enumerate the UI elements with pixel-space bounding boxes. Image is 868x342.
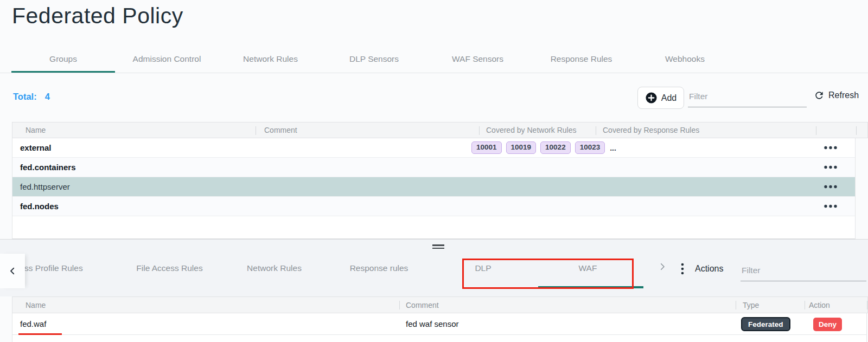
col-header-type: Type [743, 297, 759, 313]
refresh-icon [814, 90, 825, 101]
row-menu-button[interactable] [819, 177, 843, 196]
drag-handle-bar [432, 248, 444, 249]
tab-dlp-sensors-label: DLP Sensors [349, 54, 399, 63]
groups-filter-input[interactable] [688, 89, 807, 107]
row-menu-button[interactable] [819, 138, 843, 157]
header-separator [867, 301, 867, 309]
tab-groups[interactable]: Groups [11, 46, 115, 73]
network-rule-badges: 10001 10019 10022 10023 ... [471, 138, 616, 157]
tab-waf[interactable]: WAF [535, 261, 640, 275]
rule-id-badge: 10001 [471, 141, 502, 154]
table-row-fed-waf[interactable]: fed.waf fed waf sensor Federated Deny [12, 313, 866, 335]
group-name: fed.httpserver [20, 177, 70, 196]
tab-label: ss Profile Rules [24, 263, 83, 273]
rule-id-badge: 10019 [506, 141, 537, 154]
rule-id-badge: 10023 [575, 141, 605, 154]
sensor-name: fed.waf [20, 313, 46, 334]
tab-network-rules-label: Network Rules [243, 54, 298, 63]
header-separator [399, 301, 400, 309]
chevron-left-icon [8, 266, 17, 276]
tab-label: WAF [579, 263, 597, 273]
tab-label: DLP [475, 263, 491, 273]
group-name: fed.containers [20, 158, 76, 177]
col-header-comment: Comment [406, 297, 439, 313]
waf-table-body: fed.waf fed waf sensor Federated Deny [12, 313, 867, 342]
tab-dlp-sensors[interactable]: DLP Sensors [322, 46, 426, 73]
tabs-scroll-right-button[interactable] [658, 262, 667, 272]
tab-label: Response rules [350, 263, 409, 273]
tab-webhooks-label: Webhooks [665, 54, 705, 63]
tab-label: Network Rules [247, 263, 302, 273]
tab-network-rules-detail[interactable]: Network Rules [222, 261, 327, 275]
table-row-external[interactable]: external 10001 10019 10022 10023 ... [12, 138, 855, 158]
groups-table-body: external 10001 10019 10022 10023 ... fed… [12, 138, 856, 239]
header-separator [256, 126, 256, 135]
total-value: 4 [45, 92, 50, 101]
tab-response-rules-detail[interactable]: Response rules [327, 261, 431, 275]
row-menu-button[interactable] [819, 158, 843, 177]
table-row-fed-httpserver[interactable]: fed.httpserver [12, 177, 855, 197]
total-label: Total: [13, 92, 37, 101]
detail-filter [741, 263, 866, 281]
tab-response-rules-label: Response Rules [551, 54, 612, 63]
col-header-comment: Comment [264, 122, 297, 138]
chevron-right-icon [658, 262, 667, 272]
tabbar-divider [0, 73, 868, 73]
main-tab-bar: Groups Admission Control Network Rules D… [11, 46, 737, 73]
col-header-name: Name [25, 122, 46, 138]
type-badge: Federated [741, 317, 790, 331]
group-name: external [20, 138, 52, 157]
page-title: Federated Policy [12, 3, 183, 29]
tab-response-rules[interactable]: Response Rules [529, 46, 633, 73]
add-button[interactable]: Add [637, 87, 684, 109]
col-header-action: Action [809, 297, 830, 313]
more-badges-ellipsis: ... [610, 144, 616, 152]
tab-process-profile-rules[interactable]: ss Profile Rules [24, 261, 83, 275]
waf-table-header: Name Comment Type Action [12, 296, 868, 313]
detail-filter-input[interactable] [741, 263, 866, 281]
sensor-comment: fed waf sensor [406, 313, 459, 334]
header-separator [805, 301, 805, 309]
col-header-response-rules: Covered by Response Rules [603, 122, 699, 138]
tab-waf-sensors[interactable]: WAF Sensors [426, 46, 529, 73]
table-row-fed-containers[interactable]: fed.containers [12, 158, 855, 177]
refresh-button[interactable]: Refresh [814, 90, 859, 101]
splitter-drag-handle[interactable] [432, 244, 444, 250]
tab-groups-label: Groups [49, 54, 77, 63]
plus-circle-icon [645, 92, 658, 104]
header-separator [856, 126, 857, 135]
action-badge: Deny [813, 318, 842, 331]
tab-webhooks[interactable]: Webhooks [633, 46, 737, 73]
header-separator [479, 126, 480, 135]
col-header-network-rules: Covered by Network Rules [486, 122, 577, 138]
federated-policy-screen: Federated Policy Groups Admission Contro… [0, 0, 868, 342]
tab-dlp[interactable]: DLP [431, 261, 535, 275]
active-detail-tab-underline [538, 286, 643, 288]
groups-table-header: Name Comment Covered by Network Rules Co… [12, 122, 868, 138]
actions-menu-button[interactable] [680, 262, 685, 278]
header-separator [736, 301, 736, 309]
row-menu-button[interactable] [819, 197, 843, 216]
tabs-scroll-left-button[interactable] [0, 254, 25, 288]
tab-file-access-rules[interactable]: File Access Rules [117, 261, 222, 275]
total-count: Total:4 [13, 92, 50, 102]
groups-filter [688, 89, 807, 107]
tab-admission-control[interactable]: Admission Control [115, 46, 219, 73]
drag-handle-bar [432, 244, 444, 246]
table-row-fed-nodes[interactable]: fed.nodes [12, 197, 855, 216]
header-separator [596, 126, 596, 135]
detail-panel-header: ss Profile Rules File Access Rules Netwo… [0, 239, 868, 296]
group-name: fed.nodes [20, 197, 59, 216]
add-button-label: Add [661, 93, 676, 103]
tab-admission-control-label: Admission Control [133, 54, 201, 63]
col-header-name: Name [25, 297, 46, 313]
tab-label: File Access Rules [136, 263, 202, 273]
refresh-button-label: Refresh [828, 91, 859, 100]
tab-waf-sensors-label: WAF Sensors [452, 54, 503, 63]
header-separator [816, 126, 816, 135]
rule-id-badge: 10022 [540, 141, 571, 154]
tab-network-rules[interactable]: Network Rules [219, 46, 322, 73]
actions-label[interactable]: Actions [695, 264, 723, 274]
